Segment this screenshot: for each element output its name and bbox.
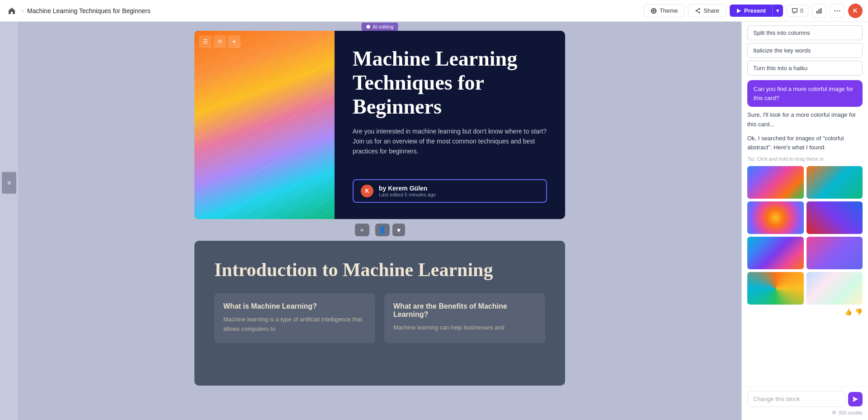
image-tip: Tip: Click and hold to drag these in. — [747, 156, 863, 162]
slide-undo-button[interactable]: ↺ — [213, 35, 226, 48]
col2-title: What are the Benefits of Machine Learnin… — [393, 302, 536, 319]
image-option-7[interactable] — [747, 272, 804, 305]
slide-1-container: AI editing ☰ ↺ ▾ Machine Learning Techni… — [194, 31, 565, 219]
theme-button[interactable]: Theme — [644, 4, 684, 17]
svg-point-12 — [839, 10, 840, 11]
image-option-5[interactable] — [747, 237, 804, 269]
breadcrumb-chevron: › — [22, 8, 24, 14]
home-icon[interactable] — [5, 5, 18, 17]
slide-options-button[interactable]: ▾ — [392, 224, 405, 236]
theme-icon — [651, 8, 657, 14]
assistant-message-2: Ok, I searched for images of "colorful a… — [747, 133, 863, 154]
chevron-down-icon: ▾ — [397, 226, 401, 234]
slide-2-col-2: What are the Benefits of Machine Learnin… — [384, 293, 545, 343]
ai-editing-badge: AI editing — [362, 23, 398, 31]
right-panel: Split this into columns Italicize the ke… — [741, 22, 868, 420]
col2-text: Machine learning can help businesses and — [393, 323, 536, 333]
comment-icon — [792, 8, 798, 14]
canvas-area[interactable]: AI editing ☰ ↺ ▾ Machine Learning Techni… — [18, 22, 741, 420]
chat-messages: Split this into columns Italicize the ke… — [742, 22, 868, 386]
comment-count: 0 — [800, 7, 803, 14]
col1-title: What is Machine Learning? — [223, 302, 366, 310]
slide-2-title: Introduction to Machine Learning — [214, 259, 545, 281]
more-icon — [834, 10, 840, 12]
chart-button[interactable] — [812, 4, 826, 18]
more-button[interactable] — [830, 4, 844, 18]
thumbs-down-button[interactable]: 👎 — [855, 308, 863, 315]
present-label: Present — [744, 7, 766, 14]
topbar: › Machine Learning Techniques for Beginn… — [0, 0, 868, 22]
input-row — [747, 391, 863, 407]
image-option-4[interactable] — [807, 201, 863, 234]
collaborators-button[interactable]: 👤 — [375, 224, 390, 236]
credits-text: 350 credits — [838, 410, 863, 415]
author-avatar: K — [361, 185, 373, 197]
present-button[interactable]: Present — [730, 5, 772, 17]
svg-point-13 — [367, 25, 370, 29]
main-layout: ≡ AI editing ☰ ↺ ▾ Machine Learning Tech… — [0, 22, 868, 420]
slide-1-text-block: Machine Learning Techniques for Beginner… — [353, 47, 547, 157]
send-button[interactable] — [848, 392, 863, 406]
left-sidebar: ≡ — [0, 22, 18, 420]
author-info: by Kerem Gülen Last edited 5 minutes ago — [379, 185, 436, 197]
image-option-1[interactable] — [747, 166, 804, 199]
sidebar-toggle[interactable]: ≡ — [2, 172, 16, 194]
slide-1-author-block: K by Kerem Gülen Last edited 5 minutes a… — [353, 179, 547, 203]
sidebar-toggle-icon: ≡ — [7, 179, 11, 186]
slide-1-description: Are you interested in machine learning b… — [353, 126, 547, 157]
ai-icon — [366, 24, 371, 29]
thumbs-up-button[interactable]: 👍 — [844, 308, 852, 315]
svg-point-11 — [837, 10, 838, 11]
credits-icon: ⚙ — [832, 410, 836, 415]
image-option-3[interactable] — [747, 201, 804, 234]
avatar[interactable]: K — [848, 4, 863, 18]
image-option-6[interactable] — [807, 237, 863, 269]
topbar-actions: Theme Share Present ▾ 0 — [644, 4, 863, 18]
slide-2[interactable]: Introduction to Machine Learning What is… — [194, 241, 565, 386]
svg-marker-6 — [737, 9, 741, 13]
image-option-8[interactable] — [807, 272, 863, 305]
slide-menu-button[interactable]: ☰ — [199, 35, 212, 48]
svg-line-5 — [697, 11, 699, 12]
svg-point-10 — [834, 10, 835, 11]
suggestion-haiku[interactable]: Turn this into a haiku — [747, 61, 863, 76]
play-icon — [736, 8, 741, 14]
slide-1-title: Machine Learning Techniques for Beginner… — [353, 47, 547, 119]
slide-1-toolbar: ☰ ↺ ▾ — [199, 35, 241, 48]
present-btn-group: Present ▾ — [730, 5, 783, 17]
page-title: Machine Learning Techniques for Beginner… — [27, 7, 640, 14]
slide-1-content: Machine Learning Techniques for Beginner… — [335, 31, 565, 219]
share-icon — [695, 8, 701, 14]
assistant-message-1: Sure, I'll look for a more colorful imag… — [747, 110, 863, 130]
svg-point-1 — [698, 8, 700, 10]
image-option-2[interactable] — [807, 166, 863, 199]
svg-rect-9 — [821, 8, 822, 13]
svg-point-2 — [696, 10, 697, 11]
svg-rect-7 — [816, 11, 818, 14]
col1-text: Machine learning is a type of artificial… — [223, 315, 366, 334]
suggestion-split-columns[interactable]: Split this into columns — [747, 25, 863, 40]
add-slide-button[interactable]: + — [355, 224, 369, 236]
slide-1[interactable]: ☰ ↺ ▾ Machine Learning Techniques for Be… — [194, 31, 565, 219]
share-label: Share — [703, 7, 719, 14]
author-initials: K — [365, 188, 369, 194]
present-caret-button[interactable]: ▾ — [772, 5, 783, 17]
user-message: Can you find a more colorful image for t… — [747, 80, 863, 107]
slide-more-button[interactable]: ▾ — [228, 35, 241, 48]
image-grid — [747, 166, 863, 305]
chat-input[interactable] — [747, 391, 845, 407]
suggestion-italicize[interactable]: Italicize the key words — [747, 43, 863, 58]
svg-rect-8 — [818, 9, 820, 14]
slide-2-col-1: What is Machine Learning? Machine learni… — [214, 293, 375, 343]
chart-icon — [816, 8, 822, 14]
person-icon: 👤 — [378, 226, 386, 234]
slide-1-image — [194, 31, 335, 219]
share-button[interactable]: Share — [688, 4, 726, 17]
credits-row: ⚙ 350 credits — [747, 410, 863, 415]
svg-point-3 — [698, 12, 700, 13]
comment-button[interactable]: 0 — [787, 5, 808, 17]
avatar-initials: K — [853, 7, 857, 14]
svg-line-4 — [697, 9, 699, 10]
author-name: by Kerem Gülen — [379, 185, 436, 192]
slide-controls: + 👤 ▾ — [355, 224, 405, 236]
